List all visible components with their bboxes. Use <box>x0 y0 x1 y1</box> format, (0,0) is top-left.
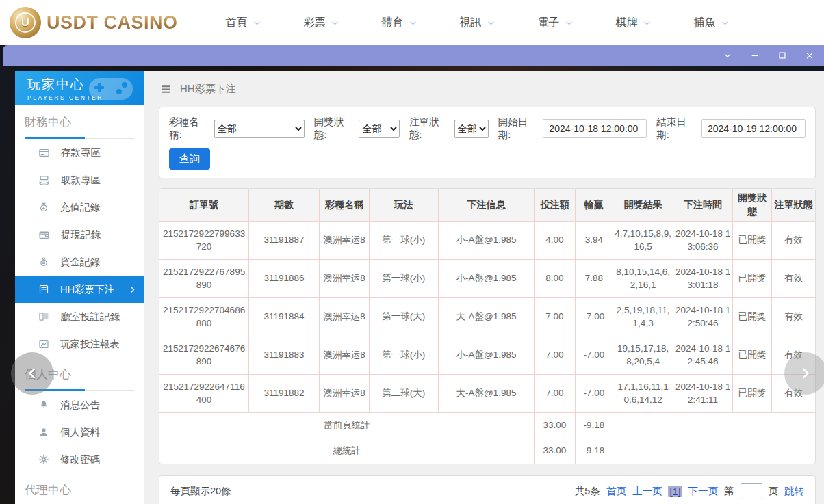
topnav-item-label: 體育 <box>382 16 404 30</box>
topnav-item-label: 彩票 <box>304 16 326 30</box>
topnav-item-4[interactable]: 電子 <box>538 16 574 30</box>
chevron-left-icon <box>25 366 40 381</box>
sidebar-item-資金記錄[interactable]: 資金記錄 <box>15 248 144 276</box>
order-status-select[interactable]: 全部 <box>454 120 489 138</box>
table-cell: -7.00 <box>575 336 613 375</box>
sidebar-item-充值記錄[interactable]: 充值記錄 <box>15 194 144 221</box>
table-cell: 4.00 <box>535 222 575 260</box>
next-page-link[interactable]: 下一页 <box>688 485 719 498</box>
bets-table: 訂單號期數彩種名稱玩法下注信息投注額輸贏開獎結果下注時間開獎狀態注單狀態 215… <box>159 189 815 464</box>
table-cell: 小-A盤@1.985 <box>438 260 535 298</box>
table-cell: 有效 <box>772 222 815 260</box>
table-cell: 有效 <box>772 260 815 298</box>
chevron-right-icon <box>798 366 813 381</box>
topnav-item-6[interactable]: 捕魚 <box>694 16 730 30</box>
sidebar-item-消息公告[interactable]: 消息公告 <box>15 391 144 419</box>
content-area: HH彩票下注 彩種名稱: 全部 開獎狀態: 全部 注單狀態: 全部 <box>144 71 824 504</box>
search-button[interactable]: 查詢 <box>169 148 210 170</box>
table-cell: 澳洲幸运8 <box>319 336 369 375</box>
logo-letter: U <box>15 12 36 33</box>
sidebar-item-label: 個人資料 <box>60 426 100 439</box>
table-cell: 2024-10-18 12:41:11 <box>673 375 732 413</box>
table-cell: 31191887 <box>249 222 320 260</box>
table-cell: 已開獎 <box>732 336 771 375</box>
close-icon[interactable] <box>805 51 814 60</box>
gamepad-icon <box>82 74 140 105</box>
chevron-down-icon <box>643 18 652 27</box>
table-cell: 7.00 <box>535 375 575 413</box>
summary-winloss-total: -9.18 <box>575 413 613 438</box>
sidebar-item-提現記錄[interactable]: 提現記錄 <box>15 221 144 248</box>
sidebar-item-存款專區[interactable]: 存款專區 <box>15 139 144 166</box>
topnav-item-5[interactable]: 棋牌 <box>616 16 652 30</box>
table-cell: 4,7,10,15,8,9,16,5 <box>613 222 673 260</box>
logo-ball-icon: U <box>10 7 41 38</box>
column-header: 投注額 <box>535 189 575 222</box>
sidebar-header: 玩家中心 PLAYERS CENTER <box>15 71 144 105</box>
sidebar-item-label: 資金記錄 <box>60 256 100 269</box>
column-header: 期數 <box>249 189 320 222</box>
sidebar-item-label: HH彩票下注 <box>60 283 114 296</box>
summary-empty-cell <box>613 413 815 438</box>
column-header: 下注時間 <box>673 189 732 222</box>
table-cell: 小-A盤@1.985 <box>438 336 535 375</box>
sidebar-item-廳室投註記錄[interactable]: 廳室投註記錄 <box>15 303 144 330</box>
prev-page-link[interactable]: 上一页 <box>632 485 662 498</box>
sidebar-item-label: 取款專區 <box>61 174 101 187</box>
page-jump-input[interactable] <box>741 483 762 499</box>
sidebar-item-label: 消息公告 <box>60 399 100 412</box>
expand-right-button[interactable] <box>784 352 824 395</box>
table-cell: 第一球(小) <box>370 260 439 298</box>
table-cell: 已開獎 <box>732 375 771 413</box>
topnav-item-1[interactable]: 彩票 <box>304 16 339 30</box>
sidebar-item-HH彩票下注[interactable]: HH彩票下注 <box>15 276 144 303</box>
pagination-bar: 每頁顯示20條 共5条 首页 上一页 [1] 下一页 第 页 跳转 <box>159 475 816 504</box>
hamburger-icon[interactable] <box>160 83 172 95</box>
topnav-item-3[interactable]: 視訊 <box>460 16 495 30</box>
first-page-link[interactable]: 首页 <box>606 485 626 498</box>
lottery-bet-icon <box>38 284 49 295</box>
current-page-indicator: [1] <box>668 486 682 497</box>
table-cell: 已開獎 <box>732 222 771 260</box>
table-cell: -7.00 <box>575 298 613 336</box>
column-header: 下注信息 <box>438 189 535 222</box>
jump-suffix-label: 页 <box>769 485 779 498</box>
topnav-item-2[interactable]: 體育 <box>382 16 417 30</box>
notice-icon <box>38 399 49 410</box>
page-size-text: 每頁顯示20條 <box>170 485 231 498</box>
dropdown-chevron-icon[interactable] <box>723 51 732 60</box>
chevron-down-icon <box>721 18 730 27</box>
lottery-name-select[interactable]: 全部 <box>214 120 305 138</box>
section-underline <box>25 136 134 139</box>
brand-logo[interactable]: U USDT CASINO <box>10 7 178 38</box>
start-date-label: 開始日期: <box>498 116 538 142</box>
topnav-item-0[interactable]: 首頁 <box>226 16 261 30</box>
start-date-input[interactable] <box>543 119 647 138</box>
sidebar-item-取款專區[interactable]: 取款專區 <box>15 166 144 194</box>
table-cell: 大-A盤@1.985 <box>438 375 535 413</box>
table-cell: 8.00 <box>535 260 575 298</box>
table-cell: 澳洲幸运8 <box>319 375 369 413</box>
table-cell: 31191883 <box>249 336 320 375</box>
draw-status-select[interactable]: 全部 <box>359 120 400 138</box>
table-cell: 2024-10-18 13:01:18 <box>673 260 732 298</box>
minimize-icon[interactable] <box>750 51 760 60</box>
window-controls <box>723 51 814 60</box>
end-date-input[interactable] <box>701 119 806 138</box>
table-cell: 3.94 <box>575 222 613 260</box>
table-cell: 17,1,16,11,10,6,14,12 <box>613 375 673 413</box>
sidebar-item-修改密碼[interactable]: 修改密碼 <box>15 446 144 473</box>
sidebar-item-label: 修改密碼 <box>60 453 100 466</box>
table-cell: 2024-10-18 12:45:46 <box>673 336 732 375</box>
chevron-right-icon <box>128 285 137 294</box>
sidebar-item-個人資料[interactable]: 個人資料 <box>15 419 144 446</box>
table-cell: 第二球(大) <box>370 375 439 413</box>
collapse-left-button[interactable] <box>11 352 53 395</box>
main-area: 玩家中心 PLAYERS CENTER 財務中心存款專區取款專區充值記錄提現記錄… <box>0 66 824 504</box>
end-date-label: 結束日期: <box>656 116 696 142</box>
jump-button[interactable]: 跳转 <box>784 485 804 498</box>
withdraw-icon <box>38 174 50 186</box>
report-icon <box>38 339 49 349</box>
maximize-icon[interactable] <box>777 51 787 60</box>
table-cell: 31191882 <box>249 375 320 413</box>
